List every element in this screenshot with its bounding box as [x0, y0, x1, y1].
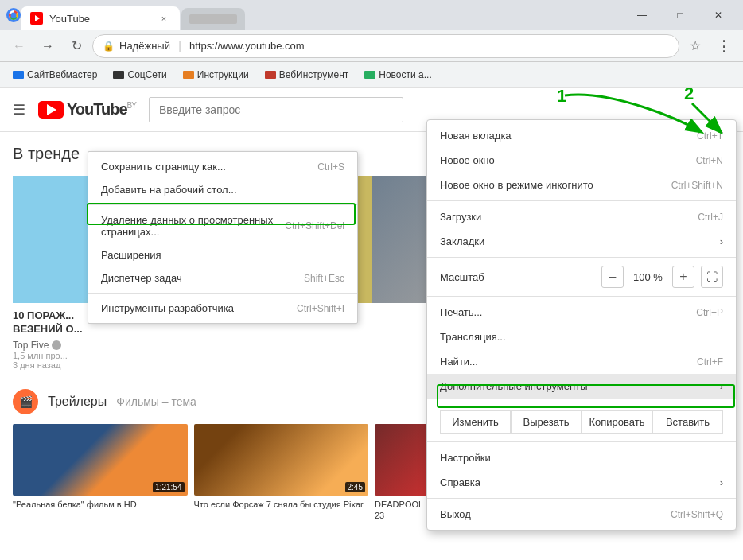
bookmark-item-sayt[interactable]: СайтВебмастер	[6, 67, 103, 83]
ctx-task-manager[interactable]: Диспетчер задач Shift+Esc	[88, 266, 357, 290]
chrome-divider-3	[427, 296, 736, 297]
yt-play-triangle	[47, 104, 56, 115]
bookmark-label-web: ВебИнструмент	[279, 69, 349, 80]
chrome-divider-4	[427, 402, 736, 402]
close-button[interactable]: ✕	[700, 3, 737, 27]
edit-button-paste[interactable]: Вставить	[652, 410, 723, 434]
window-controls: — □ ✕	[624, 3, 737, 27]
chrome-more-tools-label: Дополнительные инструменты	[440, 380, 588, 392]
chrome-downloads-label: Загрузки	[440, 211, 481, 223]
ctx-task-manager-label: Диспетчер задач	[101, 272, 182, 284]
chrome-divider-6	[427, 498, 736, 499]
yt-search[interactable]	[149, 97, 403, 122]
bookmark-item-inst[interactable]: Инструкции	[177, 67, 255, 83]
chrome-exit-shortcut: Ctrl+Shift+Q	[671, 509, 723, 520]
chrome-logo-icon	[6, 8, 21, 22]
ctx-devtools-label: Инструменты разработчика	[101, 302, 234, 314]
ctx-clear-data-label: Удаление данных о просмотренных страница…	[101, 214, 285, 238]
video-views-0: 1,5 млн про...	[13, 351, 68, 360]
chrome-menu-settings[interactable]: Настройки	[427, 445, 736, 470]
chrome-new-tab-label: Новая вкладка	[440, 130, 512, 142]
active-tab[interactable]: YouTube ×	[21, 6, 180, 30]
yt-logo-text: YouTubeBY	[67, 100, 136, 119]
chrome-help-label: Справка	[440, 476, 480, 488]
chrome-menu-button[interactable]: ⋮	[711, 33, 737, 59]
chrome-bookmarks-arrow: ›	[720, 235, 723, 247]
bookmark-item-soc[interactable]: СоцСети	[107, 67, 173, 83]
chrome-menu-incognito[interactable]: Новое окно в режиме инкогнито Ctrl+Shift…	[427, 173, 736, 197]
edit-button-cut[interactable]: Вырезать	[511, 410, 582, 434]
zoom-expand-button[interactable]: ⛶	[701, 266, 723, 288]
chrome-menu-new-window[interactable]: Новое окно Ctrl+N	[427, 148, 736, 173]
yt-menu-button[interactable]: ☰	[13, 101, 25, 119]
bookmark-item-news[interactable]: Новости а...	[358, 67, 438, 83]
chrome-new-tab-shortcut: Ctrl+T	[697, 130, 723, 142]
address-input-wrap[interactable]: 🔒 Надёжный | https://www.youtube.com	[92, 34, 679, 58]
chrome-downloads-shortcut: Ctrl+J	[698, 212, 723, 223]
video-meta-0: 1,5 млн про... 3 дня назад	[13, 351, 372, 370]
ctx-save-page[interactable]: Сохранить страницу как... Ctrl+S	[88, 155, 357, 178]
forward-button[interactable]: →	[35, 33, 60, 59]
address-bar: ← → ↻ 🔒 Надёжный | https://www.youtube.c…	[0, 30, 743, 62]
chrome-help-arrow: ›	[720, 476, 723, 488]
edit-button-change[interactable]: Изменить	[440, 410, 511, 434]
content-area: ☰ YouTubeBY В тренде 10 ПОРАЖ.	[0, 88, 743, 560]
chrome-new-window-shortcut: Ctrl+N	[696, 155, 723, 166]
ctx-clear-data-shortcut: Ctrl+Shift+Del	[285, 220, 344, 231]
back-button[interactable]: ←	[6, 33, 32, 59]
ctx-devtools[interactable]: Инструменты разработчика Ctrl+Shift+I	[88, 297, 357, 320]
minimize-button[interactable]: —	[624, 3, 660, 27]
bookmark-icon-web	[265, 71, 276, 79]
svg-point-2	[11, 13, 17, 18]
edit-button-copy[interactable]: Копировать	[582, 410, 652, 434]
bookmark-item-web[interactable]: ВебИнструмент	[259, 67, 356, 83]
bookmark-star-button[interactable]: ☆	[683, 33, 708, 59]
bookmark-label-inst: Инструкции	[197, 69, 249, 80]
chrome-menu-more-tools[interactable]: Дополнительные инструменты ›	[427, 374, 736, 399]
yt-search-input[interactable]	[149, 97, 403, 122]
chrome-divider-2	[427, 257, 736, 258]
zoom-value: 100 %	[630, 271, 666, 283]
inactive-tab[interactable]	[181, 8, 245, 30]
trailer-item-1[interactable]: 2:45 Что если Форсаж 7 сняла бы студия P…	[194, 424, 369, 522]
trailers-subtitle: Фильмы – тема	[116, 395, 196, 408]
trailer-duration-1: 2:45	[345, 482, 365, 492]
trailer-item-0[interactable]: 1:21:54 "Реальная белка" фильм в HD	[13, 424, 188, 522]
ctx-task-manager-shortcut: Shift+Esc	[304, 273, 344, 284]
chrome-menu-cast[interactable]: Трансляция...	[427, 325, 736, 349]
tab-bar: YouTube ×	[21, 0, 624, 30]
ctx-divider-2	[88, 293, 357, 294]
ctx-extensions[interactable]: Расширения	[88, 243, 357, 266]
chrome-menu-new-tab[interactable]: Новая вкладка Ctrl+T	[427, 123, 736, 148]
chrome-settings-label: Настройки	[440, 452, 491, 464]
title-bar-left	[6, 8, 21, 22]
tab-close-button[interactable]: ×	[158, 12, 170, 25]
chrome-menu-find[interactable]: Найти... Ctrl+F	[427, 349, 736, 374]
chrome-cast-label: Трансляция...	[440, 331, 506, 343]
trailers-icon: 🎬	[13, 389, 38, 414]
video-channel-0: Top Five	[13, 340, 372, 351]
chrome-print-shortcut: Ctrl+P	[696, 307, 723, 318]
ctx-add-desktop[interactable]: Добавить на рабочий стол...	[88, 178, 357, 201]
chrome-bookmarks-label: Закладки	[440, 235, 484, 247]
zoom-minus-button[interactable]: –	[601, 266, 624, 288]
chrome-menu-print[interactable]: Печать... Ctrl+P	[427, 300, 736, 325]
bookmark-label-sayt: СайтВебмастер	[27, 69, 97, 80]
zoom-plus-button[interactable]: +	[672, 266, 694, 288]
chrome-menu-exit[interactable]: Выход Ctrl+Shift+Q	[427, 502, 736, 527]
maximize-button[interactable]: □	[662, 3, 698, 27]
chrome-incognito-label: Новое окно в режиме инкогнито	[440, 179, 593, 191]
chrome-menu-bookmarks[interactable]: Закладки ›	[427, 229, 736, 254]
trailers-title: Трейлеры	[48, 395, 107, 409]
ctx-extensions-label: Расширения	[101, 249, 161, 261]
ctx-save-page-label: Сохранить страницу как...	[101, 161, 226, 173]
ctx-devtools-shortcut: Ctrl+Shift+I	[297, 303, 344, 314]
chrome-menu-help[interactable]: Справка ›	[427, 470, 736, 495]
bookmark-icon-sayt	[13, 71, 24, 79]
chrome-menu-downloads[interactable]: Загрузки Ctrl+J	[427, 204, 736, 229]
title-bar: YouTube × — □ ✕	[0, 0, 743, 30]
chrome-exit-label: Выход	[440, 508, 471, 520]
ctx-clear-data[interactable]: Удаление данных о просмотренных страница…	[88, 208, 357, 243]
trailer-thumb-0: 1:21:54	[13, 424, 188, 496]
refresh-button[interactable]: ↻	[64, 33, 89, 59]
